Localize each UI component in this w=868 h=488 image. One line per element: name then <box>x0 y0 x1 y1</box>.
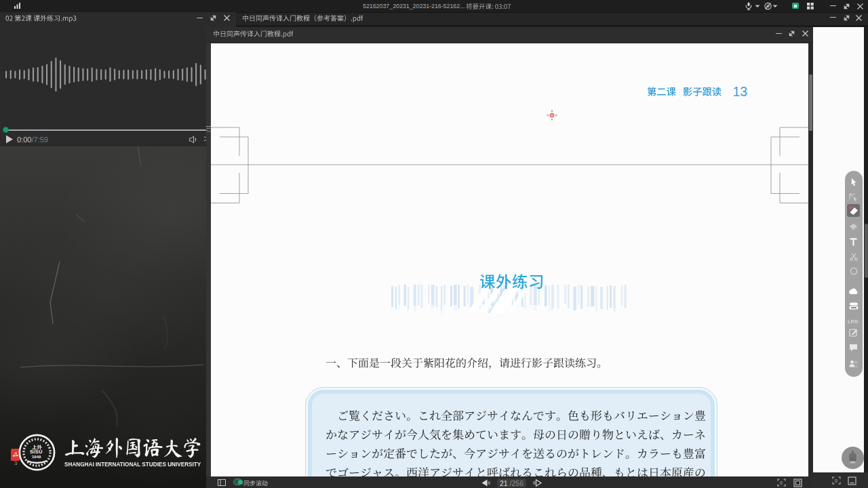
svg-text:0: 0 <box>780 481 783 485</box>
svg-text:LRS: LRS <box>848 319 859 324</box>
svg-text:0: 0 <box>835 479 837 483</box>
